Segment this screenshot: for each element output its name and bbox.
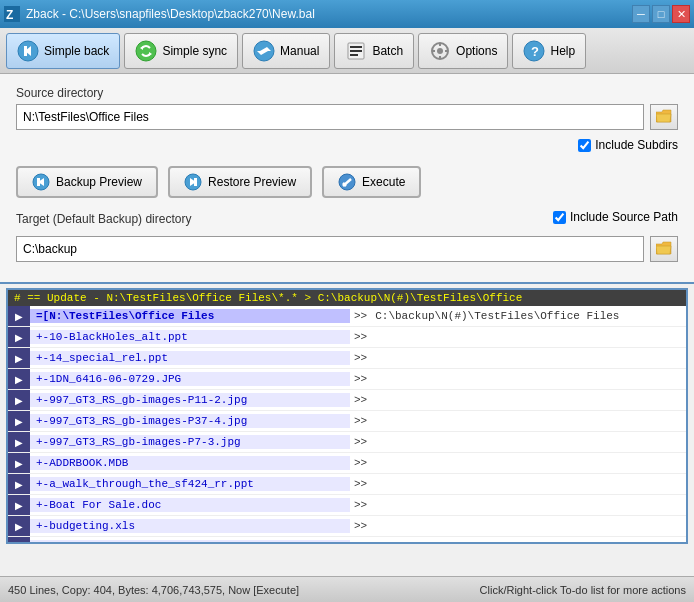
include-source-path-row: Include Source Path [553,210,678,224]
log-row-sep: >> [350,330,371,344]
target-label: Target (Default Backup) directory [16,212,191,226]
restore-preview-label: Restore Preview [208,175,296,189]
log-row-left: +-997_GT3_RS_gb-images-P11-2.jpg [30,393,350,407]
log-row: ▶ +-997_GT3_RS_gb-images-P37-4.jpg >> [8,411,686,432]
log-row-arrow: ▶ [8,453,30,473]
toolbar: Simple back Simple sync Manual [0,28,694,74]
log-row-right [371,441,686,443]
execute-icon [338,173,356,191]
toolbar-simple-sync[interactable]: Simple sync [124,33,238,69]
target-header-row: Target (Default Backup) directory Includ… [16,210,678,232]
log-row-sep: >> [350,540,371,544]
include-source-path-label: Include Source Path [570,210,678,224]
backup-preview-icon [32,173,50,191]
log-row-left: +-997_GT3_RS_gb-images-P7-3.jpg [30,435,350,449]
log-row: ▶ +-10-BlackHoles_alt.ppt >> [8,327,686,348]
batch-icon [345,40,367,62]
log-row-arrow: ▶ [8,495,30,515]
target-folder-button[interactable] [650,236,678,262]
log-row-arrow: ▶ [8,411,30,431]
help-label: Help [550,44,575,58]
backup-preview-button[interactable]: Backup Preview [16,166,158,198]
log-row-sep: >> [350,498,371,512]
log-row: ▶ +-Boat For Sale.doc >> [8,495,686,516]
log-row-arrow: ▶ [8,474,30,494]
log-row-sep: >> [350,519,371,533]
log-row-sep: >> [350,351,371,365]
svg-rect-28 [194,178,197,186]
title-controls: ─ □ ✕ [632,5,690,23]
options-icon [429,40,451,62]
source-label: Source directory [16,86,678,100]
execute-button[interactable]: Execute [322,166,421,198]
log-row: ▶ +-1DN_6416-06-0729.JPG >> [8,369,686,390]
log-row-sep: >> [350,477,371,491]
log-row-right [371,504,686,506]
title-bar-left: Z Zback - C:\Users\snapfiles\Desktop\zba… [4,6,315,22]
window-title: Zback - C:\Users\snapfiles\Desktop\zback… [26,7,315,21]
log-row-right [371,399,686,401]
log-row-arrow: ▶ [8,348,30,368]
svg-point-16 [437,48,443,54]
target-folder-icon [656,241,672,257]
options-label: Options [456,44,497,58]
toolbar-simple-back[interactable]: Simple back [6,33,120,69]
manual-label: Manual [280,44,319,58]
close-button[interactable]: ✕ [672,5,690,23]
log-row-right [371,483,686,485]
log-row: ▶ +-997_GT3_RS_gb-images-P11-2.jpg >> [8,390,686,411]
log-row-left: +-997_GT3_RS_gb-images-P37-4.jpg [30,414,350,428]
include-subdirs-checkbox[interactable] [578,139,591,152]
source-field-row [16,104,678,130]
source-input[interactable] [16,104,644,130]
status-right: Click/Right-click To-do list for more ac… [480,584,686,596]
minimize-button[interactable]: ─ [632,5,650,23]
log-row-sep: >> [350,456,371,470]
log-row-arrow: ▶ [8,432,30,452]
log-row-left: +-10-BlackHoles_alt.ppt [30,330,350,344]
simple-sync-label: Simple sync [162,44,227,58]
execute-label: Execute [362,175,405,189]
svg-text:Z: Z [6,8,13,22]
log-row-left: +-a_walk_through_the_sf424_rr.ppt [30,477,350,491]
main-form: Source directory Include Subdirs Backup … [0,74,694,284]
log-row-sep: >> [350,309,371,323]
include-subdirs-label: Include Subdirs [595,138,678,152]
restore-preview-button[interactable]: Restore Preview [168,166,312,198]
backup-preview-label: Backup Preview [56,175,142,189]
log-row-right [371,378,686,380]
log-header: # == Update - N:\TestFiles\Office Files\… [8,290,686,306]
manual-icon [253,40,275,62]
folder-icon [656,109,672,125]
log-row-left: +-ADDRBOOK.MDB [30,456,350,470]
log-row-sep: >> [350,372,371,386]
svg-point-5 [136,41,156,61]
include-subdirs-row: Include Subdirs [578,138,678,152]
simple-sync-icon [135,40,157,62]
toolbar-help[interactable]: ? Help [512,33,586,69]
restore-preview-icon [184,173,202,191]
source-folder-button[interactable] [650,104,678,130]
target-input[interactable] [16,236,644,262]
include-source-path-checkbox[interactable] [553,211,566,224]
help-icon: ? [523,40,545,62]
target-field-row [16,236,678,262]
log-row: ▶ +-14_special_rel.ppt >> [8,348,686,369]
svg-rect-25 [37,178,40,186]
svg-rect-13 [350,50,362,52]
log-row: ▶ +-budgeting.xls >> [8,516,686,537]
log-row-left: +-budget_sheet_accc.xls [30,540,350,544]
log-row: ▶ =[N:\TestFiles\Office Files >> C:\back… [8,306,686,327]
toolbar-batch[interactable]: Batch [334,33,414,69]
log-row-right: C:\backup\N(#)\TestFiles\Office Files [371,309,686,323]
toolbar-options[interactable]: Options [418,33,508,69]
log-row-sep: >> [350,393,371,407]
maximize-button[interactable]: □ [652,5,670,23]
log-container[interactable]: # == Update - N:\TestFiles\Office Files\… [6,288,688,544]
status-bar: 450 Lines, Copy: 404, Bytes: 4,706,743,5… [0,576,694,602]
svg-rect-14 [350,54,358,56]
toolbar-manual[interactable]: Manual [242,33,330,69]
log-row-right [371,462,686,464]
log-row-right [371,525,686,527]
log-row: ▶ +-budget_sheet_accc.xls >> [8,537,686,544]
